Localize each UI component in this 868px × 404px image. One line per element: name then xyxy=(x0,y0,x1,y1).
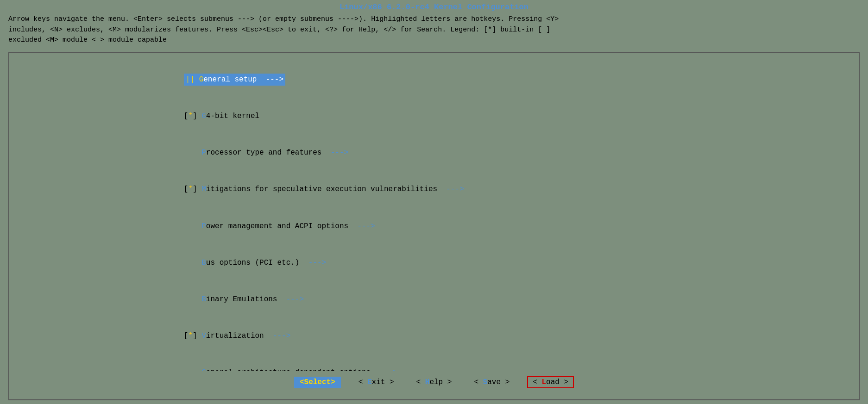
menu-item-virtualization[interactable]: [*] Virtualization ---> xyxy=(148,318,859,354)
highlighted-row: || General setup ---> xyxy=(184,74,285,86)
menu-item-general-setup[interactable]: || General setup ---> xyxy=(148,62,859,98)
instruction-line-3: excluded <M> module < > module capable xyxy=(8,35,860,46)
main-panel: || General setup ---> [*] 64-bit kernel … xyxy=(8,52,860,401)
instruction-line-1: Arrow keys navigate the menu. <Enter> se… xyxy=(8,14,860,25)
load-button[interactable]: < Load > xyxy=(527,376,574,388)
help-button[interactable]: < Help > xyxy=(412,377,457,387)
bottom-buttons: <Select> < Exit > < Help > < Save > < Lo… xyxy=(9,371,859,395)
load-hotkey: L xyxy=(541,378,546,386)
menu-item-mitigations[interactable]: [*] Mitigations for speculative executio… xyxy=(148,171,859,208)
menu-item-processor[interactable]: Processor type and features ---> xyxy=(148,135,859,171)
menu-item-gen-arch[interactable]: General architecture-dependent options -… xyxy=(148,354,859,371)
menu-item-64bit[interactable]: [*] 64-bit kernel xyxy=(148,98,859,135)
select-button[interactable]: <Select> xyxy=(294,377,341,388)
instructions: Arrow keys navigate the menu. <Enter> se… xyxy=(0,13,868,49)
menu-item-bus[interactable]: Bus options (PCI etc.) ---> xyxy=(148,244,859,281)
help-hotkey: H xyxy=(425,378,430,386)
save-hotkey: S xyxy=(483,378,488,386)
menu-area: || General setup ---> [*] 64-bit kernel … xyxy=(9,58,859,371)
exit-hotkey: E xyxy=(367,378,372,386)
menu-item-binary[interactable]: Binary Emulations ---> xyxy=(148,281,859,318)
title-bar: Linux/x86 6.2.0-rc4 Kernel Configuration xyxy=(0,0,868,13)
instruction-line-2: includes, <N> excludes, <M> modularizes … xyxy=(8,25,860,36)
save-button[interactable]: < Save > xyxy=(469,377,514,387)
menu-item-power[interactable]: Power management and ACPI options ---> xyxy=(148,208,859,244)
exit-button[interactable]: < Exit > xyxy=(354,377,399,387)
